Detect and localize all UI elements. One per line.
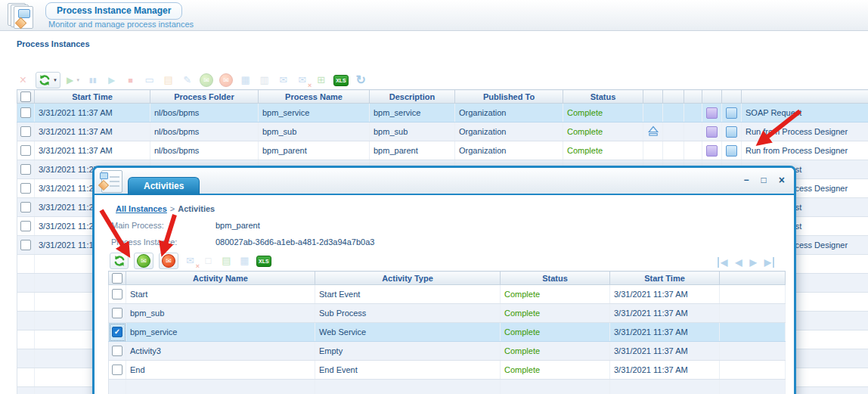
activity-type-cell: Sub Process	[315, 304, 501, 323]
activity-row[interactable]: EndEnd EventComplete3/31/2021 11:37 AM	[109, 361, 786, 380]
instance-view-icon[interactable]	[726, 145, 737, 157]
start-time-cell: 3/31/2021 11:37 AM	[610, 342, 720, 361]
mail-approve-icon: ✉	[200, 73, 213, 87]
last-page-icon: ▶	[764, 257, 774, 268]
org-chart-icon: ⊞	[315, 73, 327, 87]
main-table-header-row: Start TimeProcess FolderProcess NameDesc…	[17, 90, 868, 104]
resume-icon: ▶	[105, 73, 118, 87]
activity-name-cell: Activity3	[126, 342, 315, 361]
row-checkbox[interactable]	[20, 202, 31, 213]
published-to-cell: Organization	[455, 123, 563, 141]
grid-icon: ▦	[239, 73, 252, 87]
column-header-icon	[643, 90, 663, 104]
process-name-cell: bpm_service	[259, 104, 370, 123]
column-header[interactable]: Description	[370, 90, 455, 104]
column-header[interactable]: Activity Type	[315, 271, 501, 285]
breadcrumb: All Instances>Activities	[116, 204, 215, 213]
column-header[interactable]: Process Name	[259, 90, 370, 104]
pagination: ◀◀▶▶	[718, 257, 774, 268]
empty-row	[109, 380, 786, 394]
instance-view-icon[interactable]	[726, 107, 737, 119]
mail-reject-icon[interactable]: ✉	[159, 253, 178, 269]
excel-export-icon[interactable]: XLS	[333, 73, 349, 87]
barcode-icon: ▥	[258, 73, 271, 87]
close-icon[interactable]: ×	[779, 175, 785, 185]
instance-detail-icon[interactable]	[706, 107, 718, 119]
column-header[interactable]: Activity Name	[126, 271, 315, 285]
instance-detail-icon[interactable]	[706, 145, 718, 157]
dialog-title-tab: Activities	[128, 177, 200, 195]
app-banner: Process Instance Manager Monitor and man…	[0, 0, 868, 31]
description-cell: bpm_service	[370, 104, 455, 123]
main-process-value: bpm_parent	[215, 221, 260, 230]
column-header-extra	[720, 271, 786, 285]
row-checkbox[interactable]	[20, 221, 31, 231]
dialog-titlebar: Activities − □ ×	[95, 168, 794, 195]
activity-name-cell: Start	[126, 285, 315, 304]
column-header-icon	[702, 90, 722, 104]
status-cell: Complete	[501, 342, 610, 361]
mail-approve-icon[interactable]: ✉	[134, 253, 153, 269]
start-time-cell: 3/31/2021 11:37 AM	[35, 141, 150, 160]
app-title-tab[interactable]: Process Instance Manager	[45, 2, 182, 20]
row-checkbox[interactable]	[112, 289, 122, 299]
row-checkbox[interactable]	[20, 183, 31, 194]
activity-type-cell: Web Service	[315, 323, 501, 342]
column-header[interactable]: Process Folder	[150, 90, 259, 104]
start-time-cell: 3/31/2021 11:37 AM	[35, 123, 150, 141]
process-instance-row[interactable]: 3/31/2021 11:37 AMnl/bos/bpmsbpm_subbpm_…	[17, 123, 868, 141]
document-edit-icon: ✎	[181, 73, 194, 87]
activity-name-cell: End	[126, 361, 315, 380]
column-header[interactable]: Status	[563, 90, 643, 104]
process-name-cell: bpm_parent	[259, 141, 370, 160]
row-checkbox[interactable]	[20, 164, 31, 175]
select-all-checkbox[interactable]	[112, 273, 122, 284]
activity-row[interactable]: ✓bpm_serviceWeb ServiceComplete3/31/2021…	[109, 323, 786, 342]
table-export-icon: ▦	[238, 254, 251, 268]
column-header[interactable]: Published To	[455, 90, 563, 104]
excel-export-icon[interactable]: XLS	[256, 254, 271, 268]
process-instance-row[interactable]: 3/31/2021 11:37 AMnl/bos/bpmsbpm_service…	[17, 104, 868, 123]
dropdown-caret-icon[interactable]: ▼	[53, 78, 57, 82]
description-cell: bpm_sub	[370, 123, 455, 141]
refresh-icon[interactable]	[110, 253, 129, 269]
row-checkbox[interactable]	[112, 365, 122, 375]
start-time-cell: 3/31/2021 11:37 AM	[610, 285, 720, 304]
status-cell: Complete	[563, 123, 643, 141]
row-checkbox[interactable]: ✓	[112, 327, 122, 337]
column-header[interactable]: Start Time	[610, 271, 720, 285]
start-time-cell: 3/31/2021 11:37 AM	[610, 304, 720, 323]
row-checkbox[interactable]	[112, 346, 122, 356]
column-header[interactable]: Start Time	[35, 90, 150, 104]
mail-delete-icon: ✉×	[184, 254, 197, 268]
process-instance-row[interactable]: 3/31/2021 11:37 AMnl/bos/bpmsbpm_parentb…	[17, 141, 868, 160]
activities-table: Activity NameActivity TypeStatusStart Ti…	[108, 271, 786, 394]
row-checkbox[interactable]	[20, 240, 31, 250]
row-checkbox[interactable]	[20, 145, 31, 156]
main-process-label: Main Process:	[111, 221, 164, 230]
select-all-checkbox[interactable]	[20, 92, 31, 102]
activity-row[interactable]: bpm_subSub ProcessComplete3/31/2021 11:3…	[109, 304, 786, 323]
instance-view-icon[interactable]	[726, 126, 737, 138]
eject-icon[interactable]	[647, 129, 659, 138]
maximize-icon[interactable]: □	[761, 175, 767, 185]
pause-icon: ▮▮	[86, 73, 99, 87]
reload-icon[interactable]: ↻	[355, 73, 367, 87]
activity-row[interactable]: StartStart EventComplete3/31/2021 11:37 …	[109, 285, 786, 304]
start-time-cell: 3/31/2021 11:37 AM	[610, 361, 720, 380]
row-checkbox[interactable]	[20, 126, 31, 137]
status-cell: Complete	[563, 104, 643, 123]
minimize-icon[interactable]: −	[744, 175, 749, 185]
invoked-by-cell: Run from Process Designer	[742, 141, 868, 160]
start-time-cell: 3/31/2021 11:37 AM	[35, 104, 150, 123]
activity-row[interactable]: Activity3EmptyComplete3/31/2021 11:37 AM	[109, 342, 786, 361]
row-checkbox[interactable]	[112, 308, 122, 318]
row-checkbox[interactable]	[20, 107, 31, 118]
column-header[interactable]: Status	[501, 271, 610, 285]
instance-detail-icon[interactable]	[706, 126, 718, 138]
breadcrumb-all-instances-link[interactable]: All Instances	[116, 204, 167, 213]
activities-header-row: Activity NameActivity TypeStatusStart Ti…	[109, 271, 786, 285]
refresh-icon[interactable]: ▼	[36, 72, 60, 88]
blank-doc-icon: □	[202, 254, 215, 268]
prev-page-icon: ◀	[735, 257, 742, 268]
